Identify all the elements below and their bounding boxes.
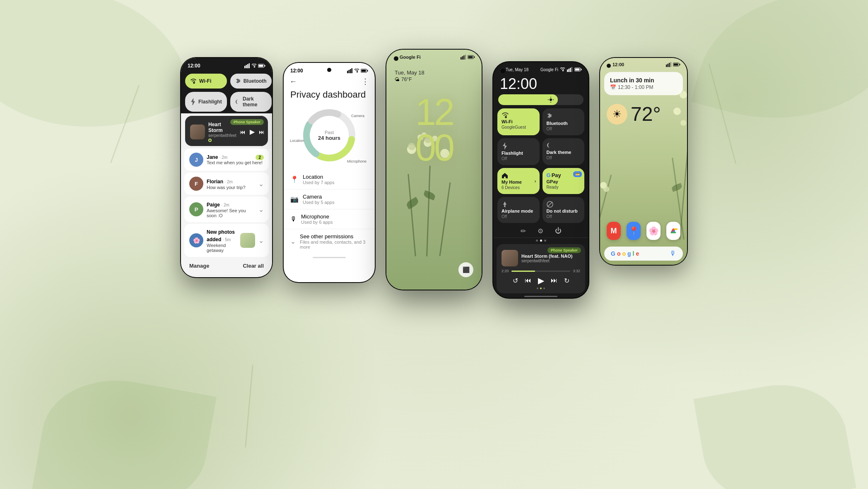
phone4-bt-sub: Off: [547, 127, 581, 131]
phone1-prev-btn[interactable]: ⏮: [240, 129, 246, 135]
svg-rect-9: [349, 70, 350, 73]
phone5-temp-area: ☀ 72°: [607, 103, 680, 125]
app-gmail[interactable]: M: [607, 222, 621, 240]
location-icon: 📍: [290, 175, 299, 183]
phone1-dark-tile[interactable]: Dark theme: [230, 92, 272, 112]
phone4-brightness-slider[interactable]: [498, 94, 583, 105]
paige-avatar: P: [189, 202, 203, 216]
phone4-player-controls: ↺ ⏮ ▶ ⏭ ↻: [502, 276, 580, 285]
svg-rect-20: [462, 56, 463, 60]
phone1-artist: serpentwithfeet: [208, 133, 236, 138]
chart-center-label: Past: [318, 130, 340, 135]
phone4-edit-btn[interactable]: ✏: [521, 227, 526, 235]
back-btn[interactable]: ←: [289, 77, 297, 86]
phone4-play-btn[interactable]: ▶: [538, 276, 544, 285]
phone5-calendar-widget[interactable]: Lunch in 30 min 📅 12:30 - 1:00 PM: [604, 72, 683, 95]
perm-microphone[interactable]: 🎙 Microphone Used by 6 apps: [284, 209, 375, 229]
perm-other[interactable]: ⌄ See other permissions Files and media,…: [284, 229, 375, 254]
phone3-signal-icon: [461, 55, 466, 60]
chart-center: Past 24 hours: [318, 130, 340, 141]
phone3-recents-btn[interactable]: ⬛: [458, 262, 473, 277]
phone5-status-icons: [666, 62, 680, 67]
svg-rect-26: [567, 70, 568, 72]
paige-expand[interactable]: ⌄: [258, 206, 264, 213]
svg-rect-42: [668, 64, 669, 67]
phone4-qs-grid: Wi-Fi GoogleGuest Bluetooth Off Flashlig…: [493, 108, 588, 225]
phone4-power-btn[interactable]: ⏻: [555, 227, 562, 235]
clear-all-btn[interactable]: Clear all: [243, 263, 264, 269]
perm-location[interactable]: 📍 Location Used by 7 apps: [284, 170, 375, 189]
perm-camera[interactable]: 📷 Camera Used by 5 apps: [284, 189, 375, 209]
phone1-play-btn[interactable]: ▶: [250, 128, 255, 136]
phone-2-privacy-dashboard: 12:00 ← ⋮ Privacy dashboard: [284, 63, 375, 282]
phone4-dark-tile[interactable]: Dark theme Off: [542, 138, 585, 165]
photos-name: New photos added · 5m: [207, 229, 235, 242]
phone4-song-title: Heart Storm (feat. NAO): [521, 254, 580, 259]
phone4-dnd-sub: Off: [547, 214, 581, 219]
phone4-replay-btn[interactable]: ↺: [513, 277, 518, 285]
florian-expand[interactable]: ⌄: [258, 180, 264, 188]
phone3-status-icons: [461, 55, 475, 60]
wifi-tile-icon: [190, 79, 197, 84]
phone4-progress-bar-area: 2:20 3:32: [502, 269, 580, 273]
phone4-time-total: 3:32: [573, 269, 580, 273]
phone4-signal-icon: [567, 67, 573, 72]
notif-jane[interactable]: J Jane · 2m 2 Text me when you get here!: [184, 149, 269, 171]
app-maps[interactable]: 📍: [627, 222, 641, 240]
phone2-battery-icon: [361, 69, 368, 73]
notif-florian[interactable]: F Florian · 2m How was your trip? ⌄: [184, 173, 269, 195]
phone3-time: 1200: [395, 95, 473, 165]
chart-label-location: Location: [290, 139, 304, 143]
app-chrome[interactable]: [666, 222, 680, 240]
phone4-dnd-tile[interactable]: Do not disturb Off: [542, 197, 585, 223]
phone1-next-btn[interactable]: ⏭: [259, 129, 265, 135]
phone4-home-tile[interactable]: My Home 6 Devices ›: [497, 168, 540, 194]
phone1-flash-tile[interactable]: Flashlight: [185, 92, 227, 112]
phone4-loop-btn[interactable]: ↻: [564, 277, 569, 285]
phone1-bt-tile[interactable]: Bluetooth: [230, 74, 272, 89]
phone4-settings-btn[interactable]: ⚙: [538, 227, 543, 235]
jane-count-badge: 2: [256, 155, 264, 160]
phone4-next-btn[interactable]: ⏭: [551, 277, 557, 284]
phone4-wifi-tile[interactable]: Wi-Fi GoogleGuest: [497, 108, 540, 135]
phone5-search-bar[interactable]: G o o g l e 🎙: [604, 247, 683, 261]
svg-rect-6: [259, 65, 263, 67]
phone5-status-bar: 12:00: [600, 58, 687, 69]
phone4-myhome-label: My Home: [502, 180, 535, 185]
phone5-temperature: 72°: [631, 103, 661, 125]
notif-paige[interactable]: P Paige · 2m Awesome! See you soon :O ⌄: [184, 197, 269, 222]
florian-msg: How was your trip?: [207, 185, 255, 190]
photos-expand[interactable]: ⌄: [258, 237, 264, 244]
phone5-event-title: Lunch in 30 min: [610, 77, 677, 84]
phone4-prev-btn[interactable]: ⏮: [525, 277, 531, 284]
notif-photos[interactable]: 🌸 New photos added · 5m Weekend getaway …: [184, 224, 269, 257]
phone4-bt-tile[interactable]: Bluetooth Off: [542, 108, 585, 135]
voice-search-icon[interactable]: 🎙: [670, 250, 676, 257]
menu-btn[interactable]: ⋮: [362, 77, 369, 86]
phones-showcase: 12:00 Wi-Fi: [181, 58, 687, 298]
pd1: [537, 288, 538, 289]
svg-rect-10: [350, 69, 351, 73]
perm-micro-label: Microphone: [301, 213, 333, 220]
phone1-wifi-tile[interactable]: Wi-Fi: [185, 74, 227, 89]
phone1-time: 12:00: [188, 63, 200, 69]
svg-point-33: [550, 98, 552, 101]
phone4-airplane-tile[interactable]: Airplane mode Off: [497, 197, 540, 223]
app-photos[interactable]: 🌸: [646, 222, 661, 240]
brightness-fill: [498, 94, 558, 105]
phone5-time: 12:00: [612, 62, 624, 67]
manage-btn[interactable]: Manage: [189, 263, 209, 269]
phone3-clock: 1200: [386, 82, 482, 165]
phone4-status-bar: Tue, May 18 Google Fi: [493, 62, 588, 74]
phone4-gpay-tile[interactable]: GPay GPay Ready 💳: [542, 168, 585, 194]
phone4-progress-bar[interactable]: [511, 271, 571, 272]
phone5-app-dock: M 📍 🌸: [600, 218, 687, 244]
svg-rect-27: [569, 69, 570, 72]
phone4-myhome-sub: 6 Devices: [502, 185, 535, 190]
battery-icon: [258, 64, 265, 68]
phone4-flash-sub: Off: [502, 156, 535, 161]
svg-rect-24: [474, 56, 475, 58]
jane-name: Jane · 2m: [207, 154, 227, 160]
svg-rect-8: [347, 71, 348, 73]
phone4-flash-tile[interactable]: Flashlight Off: [497, 138, 540, 165]
